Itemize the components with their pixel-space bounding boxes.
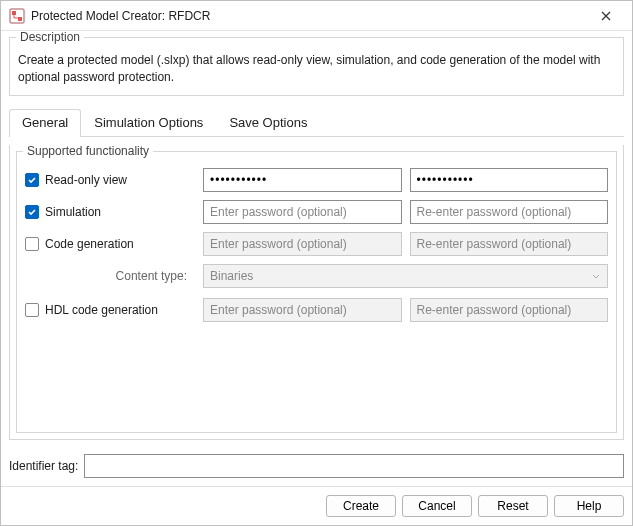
window-title: Protected Model Creator: RFDCR xyxy=(31,9,586,23)
row-code-generation: Code generation xyxy=(25,232,608,256)
identifier-tag-input[interactable] xyxy=(84,454,624,478)
readonly-view-label: Read-only view xyxy=(45,173,127,187)
tab-page-general: Supported functionality Read-only view xyxy=(9,145,624,440)
description-group: Description Create a protected model (.s… xyxy=(9,37,624,96)
reset-button[interactable]: Reset xyxy=(478,495,548,517)
close-icon xyxy=(601,11,611,21)
code-generation-password-confirm-input xyxy=(410,232,609,256)
row-hdl-code-generation: HDL code generation xyxy=(25,298,608,322)
svg-rect-2 xyxy=(18,17,22,21)
hdl-password-input xyxy=(203,298,402,322)
description-text: Create a protected model (.slxp) that al… xyxy=(18,52,615,87)
simulation-password-input[interactable] xyxy=(203,200,402,224)
window-close-button[interactable] xyxy=(586,1,626,31)
functionality-group-label: Supported functionality xyxy=(23,145,153,158)
simulation-label-wrap[interactable]: Simulation xyxy=(25,205,195,219)
code-generation-checkbox[interactable] xyxy=(25,237,39,251)
row-simulation: Simulation xyxy=(25,200,608,224)
code-generation-label-wrap[interactable]: Code generation xyxy=(25,237,195,251)
cancel-button[interactable]: Cancel xyxy=(402,495,472,517)
check-icon xyxy=(27,175,37,185)
row-content-type: Content type: Binaries xyxy=(25,264,608,288)
dialog-window: Protected Model Creator: RFDCR Descripti… xyxy=(0,0,633,526)
tab-general[interactable]: General xyxy=(9,109,81,137)
functionality-outer: Supported functionality Read-only view xyxy=(9,145,624,440)
identifier-tag-label: Identifier tag: xyxy=(9,459,78,473)
hdl-code-generation-label-wrap[interactable]: HDL code generation xyxy=(25,303,195,317)
functionality-group: Supported functionality Read-only view xyxy=(16,151,617,433)
row-readonly-view: Read-only view xyxy=(25,168,608,192)
simulation-checkbox[interactable] xyxy=(25,205,39,219)
titlebar: Protected Model Creator: RFDCR xyxy=(1,1,632,31)
tab-save-options[interactable]: Save Options xyxy=(216,109,320,137)
readonly-view-password-input[interactable] xyxy=(203,168,402,192)
tab-simulation-options[interactable]: Simulation Options xyxy=(81,109,216,137)
check-icon xyxy=(27,207,37,217)
hdl-password-confirm-input xyxy=(410,298,609,322)
simulation-password-confirm-input[interactable] xyxy=(410,200,609,224)
chevron-down-icon xyxy=(591,271,601,281)
simulation-label: Simulation xyxy=(45,205,101,219)
code-generation-label: Code generation xyxy=(45,237,134,251)
hdl-code-generation-checkbox[interactable] xyxy=(25,303,39,317)
content-type-label: Content type: xyxy=(25,269,195,283)
button-bar: Create Cancel Reset Help xyxy=(1,486,632,525)
content-type-value: Binaries xyxy=(210,269,253,283)
identifier-tag-row: Identifier tag: xyxy=(9,448,624,478)
app-icon xyxy=(9,8,25,24)
code-generation-password-input xyxy=(203,232,402,256)
readonly-view-label-wrap[interactable]: Read-only view xyxy=(25,173,195,187)
hdl-code-generation-label: HDL code generation xyxy=(45,303,158,317)
help-button[interactable]: Help xyxy=(554,495,624,517)
svg-rect-1 xyxy=(12,11,16,15)
create-button[interactable]: Create xyxy=(326,495,396,517)
description-group-label: Description xyxy=(16,31,84,44)
content-type-select: Binaries xyxy=(203,264,608,288)
readonly-view-password-confirm-input[interactable] xyxy=(410,168,609,192)
readonly-view-checkbox[interactable] xyxy=(25,173,39,187)
tab-strip: General Simulation Options Save Options xyxy=(9,108,624,137)
dialog-content: Description Create a protected model (.s… xyxy=(1,31,632,486)
